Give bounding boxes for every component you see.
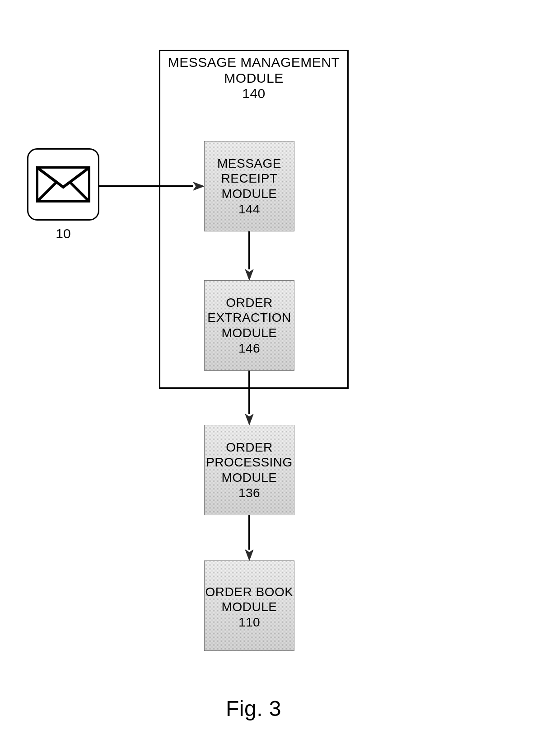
message-receipt-line3: MODULE bbox=[222, 187, 277, 201]
order-extraction-ref: 146 bbox=[238, 341, 260, 355]
container-title-line1: MESSAGE MANAGEMENT bbox=[168, 55, 340, 70]
message-receipt-line2: RECEIPT bbox=[221, 171, 278, 185]
order-processing-line2: PROCESSING bbox=[206, 455, 293, 469]
arrow-extraction-to-processing bbox=[244, 371, 255, 425]
order-processing-module: ORDER PROCESSING MODULE 136 bbox=[204, 425, 294, 515]
message-receipt-module: MESSAGE RECEIPT MODULE 144 bbox=[204, 141, 294, 231]
svg-marker-8 bbox=[245, 414, 253, 425]
order-book-ref: 110 bbox=[238, 615, 260, 629]
envelope-icon-box bbox=[27, 148, 99, 221]
envelope-icon bbox=[36, 166, 90, 202]
diagram-canvas: 10 MESSAGE MANAGEMENT MODULE 140 MESSAGE… bbox=[0, 0, 560, 744]
figure-caption: Fig. 3 bbox=[226, 696, 281, 721]
svg-marker-6 bbox=[245, 269, 253, 280]
message-receipt-ref: 144 bbox=[238, 202, 260, 216]
svg-marker-10 bbox=[245, 550, 253, 560]
order-book-line1: ORDER BOOK bbox=[205, 585, 294, 599]
order-extraction-line2: EXTRACTION bbox=[207, 311, 291, 325]
envelope-ref-label: 10 bbox=[27, 226, 99, 241]
order-processing-ref: 136 bbox=[238, 486, 260, 500]
order-extraction-line3: MODULE bbox=[222, 326, 277, 340]
arrow-receipt-to-extraction bbox=[244, 231, 255, 280]
order-extraction-module: ORDER EXTRACTION MODULE 146 bbox=[204, 280, 294, 371]
order-processing-line3: MODULE bbox=[222, 471, 277, 485]
order-book-module: ORDER BOOK MODULE 110 bbox=[204, 560, 294, 651]
order-book-line2: MODULE bbox=[222, 600, 277, 614]
order-extraction-line1: ORDER bbox=[226, 296, 273, 310]
container-ref: 140 bbox=[242, 86, 266, 101]
arrow-processing-to-book bbox=[244, 515, 255, 560]
order-processing-line1: ORDER bbox=[226, 440, 273, 454]
container-title: MESSAGE MANAGEMENT MODULE 140 bbox=[160, 51, 347, 102]
container-title-line2: MODULE bbox=[224, 71, 283, 85]
message-receipt-line1: MESSAGE bbox=[217, 156, 281, 170]
